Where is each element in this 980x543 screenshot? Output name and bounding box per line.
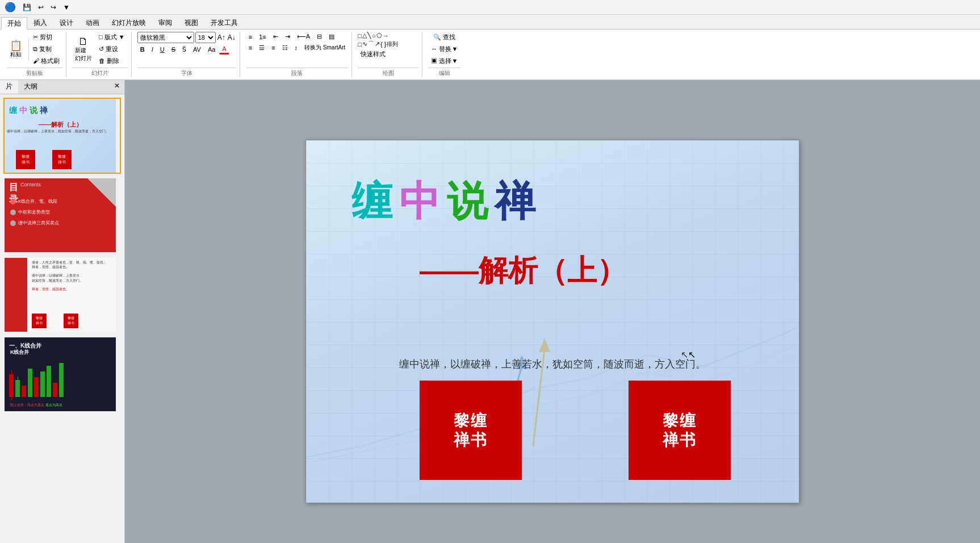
delete-slide-button[interactable]: 🗑 删除 <box>96 56 128 66</box>
panel-close-button[interactable]: ✕ <box>110 80 124 94</box>
paragraph-label: 段落 <box>246 68 349 77</box>
thumb3-bg: 缠者，人性之矛盾者也，贪、嗔、痴、惯、疑也；禅者，觉悟、超脱者也。 缠中说禅，以… <box>5 258 116 332</box>
new-slide-button[interactable]: 🗋 新建幻灯片 <box>72 35 95 64</box>
new-button[interactable]: ▼ <box>61 2 72 12</box>
tab-review[interactable]: 审阅 <box>152 16 178 29</box>
smartart-button[interactable]: 转换为 SmartArt <box>301 43 348 53</box>
ribbon-body: 📋 粘贴 ✂ 剪切 ⧉ 复制 🖌 格式刷 剪贴板 🗋 新建幻灯片 <box>0 30 980 80</box>
strikethrough-button[interactable]: S <box>169 45 178 54</box>
circle-icon: ○ <box>372 32 376 39</box>
thumb2-text-3: 缠中说禅三类买卖点 <box>18 220 59 226</box>
tab-start[interactable]: 开始 <box>1 17 27 30</box>
arrow-icon: → <box>383 32 389 39</box>
align-left-button[interactable]: ≡ <box>246 43 255 52</box>
quick-styles-button[interactable]: 快速样式 <box>358 49 388 60</box>
tab-developer[interactable]: 开发工具 <box>204 16 244 29</box>
thumb2-bullet-3 <box>10 220 16 226</box>
bullets-button[interactable]: ≡ <box>246 32 255 41</box>
reset-button[interactable]: ↺ 重设 <box>96 44 128 55</box>
connector-icon: ↗ <box>375 40 380 48</box>
align-center-button[interactable]: ☰ <box>256 43 267 53</box>
slide-thumb-1-inner: 缠 中 说 禅 ——解析（上） 缠中说禅，以缠破禅，上善若水，犹如空筒，随波而逝… <box>5 99 116 173</box>
thumb2-item-3: 缠中说禅三类买卖点 <box>10 220 110 226</box>
drawing-label: 绘图 <box>358 68 418 77</box>
group-drawing: □ △ ╲ ○ ⬠ → □ ∿ ⌒ ↗ { } 排列 快速样式 <box>354 32 422 77</box>
thumb3-content: 缠者，人性之矛盾者也，贪、嗔、痴、惯、疑也；禅者，觉悟、超脱者也。 缠中说禅，以… <box>32 260 114 292</box>
align-right-button[interactable]: ≡ <box>269 43 278 52</box>
save-button[interactable]: 💾 <box>20 2 33 12</box>
decrease-font-button[interactable]: A↓ <box>227 33 236 42</box>
copy-button[interactable]: ⧉ 复制 <box>30 44 62 55</box>
find-button[interactable]: 🔍 查找 <box>430 32 458 43</box>
freeform-icon: ⌒ <box>368 40 374 48</box>
font-content: 微软雅黑 18 A↑ A↓ B I U S S̈ AV Aa A <box>137 32 236 66</box>
thumb1-char2: 中 <box>19 106 27 115</box>
font-color-button[interactable]: A <box>219 44 229 55</box>
format-painter-button[interactable]: 🖌 格式刷 <box>30 56 62 66</box>
triangle-icon: △ <box>362 32 367 39</box>
text-align-button[interactable]: ▤ <box>326 32 337 41</box>
bold-button[interactable]: B <box>137 45 148 54</box>
shadow-button[interactable]: S̈ <box>179 45 189 55</box>
slide-thumb-1[interactable]: 缠 中 说 禅 ——解析（上） 缠中说禅，以缠破禅，上善若水，犹如空筒，随波而逝… <box>3 98 121 174</box>
group-font: 微软雅黑 18 A↑ A↓ B I U S S̈ AV Aa A 字体 <box>134 32 240 77</box>
slides-tab[interactable]: 片 <box>0 80 18 94</box>
thumb1-seal-left: 黎缠禅书 <box>16 150 35 169</box>
shapes-row1: □ △ ╲ ○ ⬠ → <box>358 32 388 39</box>
tab-design[interactable]: 设计 <box>53 16 79 29</box>
text-columns-button[interactable]: ⊟ <box>314 32 325 41</box>
select-button[interactable]: ▣ 选择▼ <box>428 56 460 66</box>
undo-button[interactable]: ↩ <box>36 2 46 12</box>
italic-button[interactable]: I <box>149 45 156 54</box>
slide-thumb-2[interactable]: 目录 Contents K线合并、笔、线段 中枢和走势类型 <box>3 177 121 253</box>
redo-button[interactable]: ↪ <box>48 2 58 12</box>
slides-label: 幻灯片 <box>72 68 128 77</box>
main-canvas[interactable]: 缠 中 说 禅 ——解析（上） 缠中说禅，以缠破禅，上善若水，犹如空筒，随波而逝… <box>125 80 980 543</box>
slides-content: 🗋 新建幻灯片 □ 版式 ▼ ↺ 重设 🗑 删除 <box>72 32 128 66</box>
text-direction-button[interactable]: ⟵A <box>294 32 313 41</box>
slide-title: 缠 中 说 禅 <box>351 174 535 229</box>
thumb3-main-text: 缠者，人性之矛盾者也，贪、嗔、痴、惯、疑也；禅者，觉悟、超脱者也。 <box>32 260 114 270</box>
thumb1-subtitle: ——解析（上） <box>39 120 82 129</box>
tab-slideshow[interactable]: 幻灯片放映 <box>106 16 152 29</box>
office-logo-icon[interactable]: 🔵 <box>5 2 16 12</box>
cursor-indicator: ↖ <box>681 349 685 354</box>
tab-animation[interactable]: 动画 <box>79 16 106 29</box>
thumb4-bg: 一、K线合并 K线合并 <box>5 337 116 411</box>
slide-thumb-4-inner: 一、K线合并 K线合并 <box>5 337 116 411</box>
line-spacing-button[interactable]: ↕ <box>292 43 301 52</box>
decrease-indent-button[interactable]: ⇤ <box>270 32 281 41</box>
replace-button[interactable]: ↔ 替换▼ <box>428 44 460 55</box>
tab-view[interactable]: 视图 <box>178 16 204 29</box>
arrange-button[interactable]: 排列 <box>387 40 398 48</box>
cut-button[interactable]: ✂ 剪切 <box>30 32 62 43</box>
slide-panel: 片 大纲 ✕ 缠 中 说 禅 ——解析（上） 缠中说禅，以缠破禅，上善若水 <box>0 80 125 543</box>
svg-marker-3 <box>539 338 550 352</box>
outline-tab[interactable]: 大纲 <box>18 80 43 94</box>
callout-icon: □ <box>358 41 362 48</box>
para-row2: ≡ ☰ ≡ ☷ ↕ 转换为 SmartArt <box>246 43 349 53</box>
layout-button[interactable]: □ 版式 ▼ <box>96 32 128 43</box>
slide-thumb-3-inner: 缠者，人性之矛盾者也，贪、嗔、痴、惯、疑也；禅者，觉悟、超脱者也。 缠中说禅，以… <box>5 258 116 332</box>
underline-button[interactable]: U <box>157 45 167 54</box>
increase-indent-button[interactable]: ⇥ <box>282 32 293 41</box>
increase-font-button[interactable]: A↑ <box>217 33 226 42</box>
new-slide-icon: 🗋 <box>78 36 89 47</box>
char-spacing-button[interactable]: AV <box>190 45 204 54</box>
case-button[interactable]: Aa <box>205 45 218 54</box>
slide-thumb-3[interactable]: 缠者，人性之矛盾者也，贪、嗔、痴、惯、疑也；禅者，觉悟、超脱者也。 缠中说禅，以… <box>3 257 121 333</box>
font-family-select[interactable]: 微软雅黑 <box>137 32 194 43</box>
slide-canvas: 缠 中 说 禅 ——解析（上） 缠中说禅，以缠破禅，上善若水，犹如空筒，随波而逝… <box>305 140 799 503</box>
paste-button[interactable]: 📋 粘贴 <box>7 39 25 60</box>
thumb1-bg: 缠 中 说 禅 ——解析（上） 缠中说禅，以缠破禅，上善若水，犹如空筒，随波而逝… <box>5 99 116 173</box>
numbering-button[interactable]: 1≡ <box>256 32 269 41</box>
seal-left-text: 黎缠禅书 <box>454 411 488 449</box>
align-justify-button[interactable]: ☷ <box>279 43 291 53</box>
tab-insert[interactable]: 插入 <box>27 16 53 29</box>
edit-content: 🔍 查找 ↔ 替换▼ ▣ 选择▼ <box>428 32 460 66</box>
shapes-row2: □ ∿ ⌒ ↗ { } 排列 <box>358 40 398 48</box>
font-size-select[interactable]: 18 <box>195 32 216 43</box>
slide-thumb-4[interactable]: 一、K线合并 K线合并 <box>3 336 121 412</box>
slide-panel-tabs: 片 大纲 ✕ <box>0 80 124 94</box>
thumb2-text-2: 中枢和走势类型 <box>18 209 50 215</box>
